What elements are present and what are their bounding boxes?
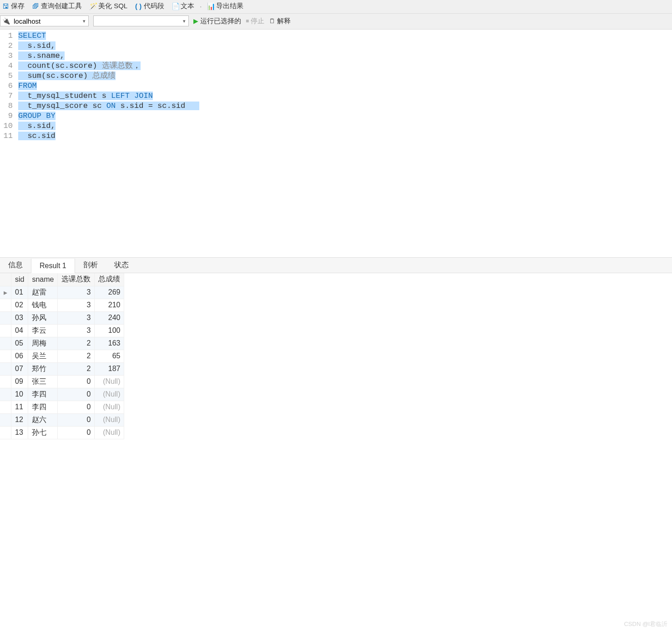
stop-label: 停止 bbox=[251, 17, 264, 25]
query-builder-button[interactable]: 🗊查询创建工具 bbox=[30, 1, 84, 11]
column-header[interactable]: sid bbox=[11, 273, 28, 286]
page-icon: 📄 bbox=[172, 2, 179, 10]
text-button[interactable]: 📄文本 bbox=[170, 1, 196, 11]
explain-button[interactable]: 🗒解释 bbox=[269, 17, 291, 25]
format-sql-button[interactable]: 🪄美化 SQL bbox=[87, 1, 129, 11]
plug-icon: 🔌 bbox=[0, 17, 12, 25]
table-row[interactable]: 04李云3100 bbox=[0, 324, 124, 337]
table-row[interactable]: 05周梅2163 bbox=[0, 337, 124, 350]
table-row[interactable]: 06吴兰265 bbox=[0, 350, 124, 362]
table-row[interactable]: 13孙七0(Null) bbox=[0, 426, 124, 439]
table-row[interactable]: 11李四0(Null) bbox=[0, 401, 124, 413]
column-header[interactable]: 选课总数 bbox=[58, 273, 95, 286]
code-area[interactable]: SELECT s.sid, s.sname, count(sc.score) 选… bbox=[15, 30, 199, 257]
table-row[interactable]: 09张三0(Null) bbox=[0, 375, 124, 388]
result-tabs: 信息 Result 1 剖析 状态 bbox=[0, 257, 672, 273]
export-label: 导出结果 bbox=[216, 2, 243, 10]
result-grid[interactable]: sidsname选课总数总成绩▸01赵雷326902钱电321003孙风3240… bbox=[0, 273, 124, 439]
chevron-down-icon[interactable]: ▾ bbox=[180, 18, 188, 24]
query-label: 查询创建工具 bbox=[41, 2, 82, 10]
tab-state[interactable]: 状态 bbox=[106, 258, 137, 273]
table-row[interactable]: ▸01赵雷3269 bbox=[0, 286, 124, 299]
column-header[interactable]: 总成绩 bbox=[95, 273, 124, 286]
stop-icon: ■ bbox=[246, 18, 249, 24]
tab-info[interactable]: 信息 bbox=[0, 258, 31, 273]
sql-editor[interactable]: 1234567891011 SELECT s.sid, s.sname, cou… bbox=[0, 30, 672, 257]
connection-bar: 🔌 ▾ ▾ ▶运行已选择的 ■停止 🗒解释 bbox=[0, 14, 672, 30]
table-row[interactable]: 12赵六0(Null) bbox=[0, 413, 124, 426]
connection-input[interactable] bbox=[12, 16, 80, 26]
main-toolbar: 🖫保存 🗊查询创建工具 🪄美化 SQL ( )代码段 📄文本 · 📊导出结果 bbox=[0, 0, 672, 14]
table-row[interactable]: 07郑竹2187 bbox=[0, 362, 124, 375]
text-label: 文本 bbox=[181, 2, 194, 10]
play-icon: ▶ bbox=[193, 17, 198, 25]
floppy-icon: 🖫 bbox=[2, 2, 9, 10]
explain-icon: 🗒 bbox=[269, 17, 275, 25]
snippet-button[interactable]: ( )代码段 bbox=[133, 1, 166, 11]
table-row[interactable]: 03孙风3240 bbox=[0, 311, 124, 324]
line-gutter: 1234567891011 bbox=[0, 30, 15, 257]
separator: · bbox=[200, 2, 202, 10]
brackets-icon: ( ) bbox=[135, 2, 142, 10]
tab-result-1[interactable]: Result 1 bbox=[31, 258, 75, 273]
table-row[interactable]: 10李四0(Null) bbox=[0, 388, 124, 401]
tab-profile[interactable]: 剖析 bbox=[75, 258, 106, 273]
explain-label: 解释 bbox=[277, 17, 291, 25]
run-selected-button[interactable]: ▶运行已选择的 bbox=[193, 17, 241, 25]
chevron-down-icon[interactable]: ▾ bbox=[80, 18, 88, 24]
query-icon: 🗊 bbox=[32, 2, 39, 10]
run-label: 运行已选择的 bbox=[200, 17, 241, 25]
save-label: 保存 bbox=[11, 2, 25, 10]
column-header[interactable]: sname bbox=[28, 273, 58, 286]
table-row[interactable]: 02钱电3210 bbox=[0, 299, 124, 311]
database-input[interactable] bbox=[94, 16, 180, 26]
snippet-label: 代码段 bbox=[144, 2, 164, 10]
database-combo[interactable]: ▾ bbox=[93, 15, 189, 26]
wand-icon: 🪄 bbox=[89, 2, 96, 10]
save-button[interactable]: 🖫保存 bbox=[0, 1, 26, 11]
format-label: 美化 SQL bbox=[98, 2, 127, 10]
stop-button: ■停止 bbox=[246, 17, 264, 25]
export-button[interactable]: 📊导出结果 bbox=[205, 1, 245, 11]
connection-combo[interactable]: 🔌 ▾ bbox=[0, 15, 89, 26]
table-export-icon: 📊 bbox=[207, 2, 214, 10]
